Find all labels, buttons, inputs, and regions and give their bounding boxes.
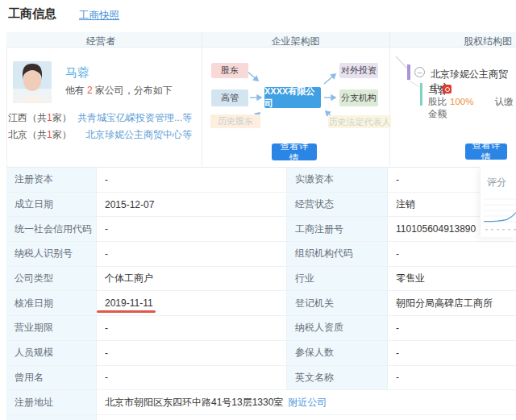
address-text: 北京市朝阳区东四环中路41号13层1330室 bbox=[105, 396, 283, 410]
field-label: 工商注册号 bbox=[287, 217, 388, 242]
region-label: 江西（共1家） bbox=[8, 111, 72, 125]
node-executives[interactable]: 高管 bbox=[211, 89, 248, 106]
field-label: 纳税人识别号 bbox=[6, 242, 97, 267]
field-label: 登记机关 bbox=[287, 291, 388, 316]
field-label: 实缴资本 bbox=[287, 168, 388, 193]
node-company: XXXX有限公司 bbox=[264, 87, 321, 108]
score-sparkline-chart bbox=[484, 194, 516, 233]
field-value: - bbox=[97, 316, 287, 341]
business-snapshot-link[interactable]: 工商快照 bbox=[79, 9, 119, 23]
node-shareholders[interactable]: 股东 bbox=[211, 63, 248, 78]
field-label: 成立日期 bbox=[6, 193, 97, 218]
field-label: 参保人数 bbox=[287, 341, 388, 366]
ratio-value: 100% bbox=[450, 97, 473, 106]
field-label: 核准日期 bbox=[6, 291, 97, 316]
equity-root-bar bbox=[407, 64, 410, 80]
field-label: 纳税人资质 bbox=[287, 316, 388, 341]
field-label: 营业期限 bbox=[6, 316, 97, 341]
field-value: - bbox=[97, 217, 287, 242]
field-value: - bbox=[97, 341, 287, 366]
collapse-minus-icon[interactable]: − bbox=[414, 67, 425, 77]
field-label: 经营状态 bbox=[287, 193, 388, 218]
score-title: 评分 bbox=[487, 176, 506, 189]
controller-badge-icon bbox=[443, 85, 452, 94]
field-value: 朝阳分局高碑店工商所 bbox=[388, 291, 516, 316]
field-value: - bbox=[97, 168, 287, 193]
panel-divider bbox=[202, 32, 202, 166]
field-label: 人员规模 bbox=[6, 341, 97, 366]
field-value: 个体工商户 bbox=[97, 267, 287, 292]
region-row: 北京（共1家）北京珍妮公主商贸中心等 bbox=[8, 128, 192, 142]
node-outbound-investments[interactable]: 对外投资 bbox=[339, 63, 378, 78]
score-popover: 评分 bbox=[480, 167, 516, 237]
field-label: 公司类型 bbox=[6, 267, 97, 292]
field-value: - bbox=[388, 341, 516, 366]
region-label: 北京（共1家） bbox=[8, 128, 72, 142]
company-link[interactable]: 北京珍妮公主商贸中心等 bbox=[85, 128, 192, 142]
node-history-shareholders[interactable]: 历史股东 bbox=[210, 114, 260, 128]
field-label-address: 注册地址 bbox=[6, 390, 97, 415]
field-label: 行业 bbox=[287, 267, 388, 292]
field-value: - bbox=[388, 316, 516, 341]
field-value: - bbox=[388, 242, 516, 267]
business-info-table: 注册资本-实缴资本-成立日期2015-12-07经营状态注销统一社会信用代码-工… bbox=[6, 167, 516, 415]
company-count: 2 bbox=[87, 85, 93, 96]
field-label: 组织机构代码 bbox=[287, 242, 388, 267]
field-label: 统一社会信用代码 bbox=[6, 217, 97, 242]
node-history-legal-rep[interactable]: 历史法定代表人 bbox=[328, 115, 391, 128]
region-row: 江西（共1家）共青城宝亿嵘投资管理...等 bbox=[8, 111, 192, 125]
panel-divider bbox=[389, 32, 390, 166]
field-value: - bbox=[388, 366, 516, 391]
field-value: 零售业 bbox=[388, 267, 516, 292]
field-label: 注册资本 bbox=[6, 168, 97, 193]
field-value-address: 北京市朝阳区东四环中路41号13层1330室附近公司 bbox=[97, 390, 516, 415]
page-title: 工商信息 bbox=[8, 6, 56, 22]
field-value: - bbox=[97, 242, 287, 267]
operator-name-link[interactable]: 马蓉 bbox=[65, 65, 89, 81]
field-label: 英文名称 bbox=[287, 366, 388, 391]
operator-photo bbox=[13, 61, 52, 103]
org-chart-detail-button[interactable]: 查看详情 bbox=[272, 143, 317, 160]
highlight-underline bbox=[97, 310, 156, 313]
node-branches[interactable]: 分支机构 bbox=[339, 89, 378, 106]
operator-summary: 他有2家公司，分布如下 bbox=[65, 84, 173, 98]
field-label: 曾用名 bbox=[6, 366, 97, 391]
field-value: - bbox=[97, 366, 287, 391]
field-value: 2019-11-11 bbox=[97, 291, 287, 316]
nearby-companies-link[interactable]: 附近公司 bbox=[288, 396, 327, 410]
equity-child-bar bbox=[420, 83, 422, 106]
partial-next-row bbox=[6, 415, 97, 420]
company-link[interactable]: 共青城宝亿嵘投资管理...等 bbox=[77, 111, 192, 125]
equity-ratio-line: 股比100%认缴金额 bbox=[428, 96, 516, 120]
business-info-page: 工商信息 工商快照 经营者 企业架构图 股权结构图 马蓉 他有2家公司，分布如下… bbox=[0, 0, 516, 420]
panel-header-operator: 经营者 bbox=[0, 35, 202, 48]
equity-chart-detail-button[interactable]: 查看详情 bbox=[465, 143, 507, 160]
field-value: 2015-12-07 bbox=[97, 193, 287, 218]
